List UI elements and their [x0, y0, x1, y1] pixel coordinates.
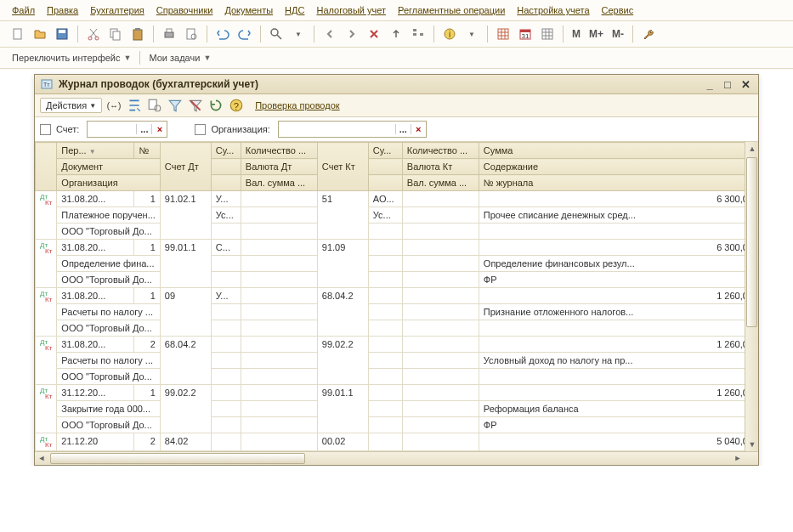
col-acc-dt[interactable]: Счет Дт — [160, 143, 211, 191]
table-icon[interactable] — [494, 25, 513, 43]
redo-icon[interactable] — [235, 25, 254, 43]
org-checkbox[interactable] — [195, 124, 206, 135]
col-content[interactable]: Содержание — [479, 159, 757, 175]
table-row[interactable]: ДтКт 31.08.20...2 68.04.2 99.02.2 1 260,… — [36, 337, 758, 353]
table-row[interactable]: ООО "Торговый До... — [36, 369, 758, 385]
account-select-icon[interactable]: ... — [136, 124, 151, 134]
table-row[interactable]: Закрытие года 000...Реформация баланса — [36, 401, 758, 417]
m-minus-button[interactable]: M- — [609, 28, 626, 40]
check-entries-link[interactable]: Проверка проводок — [255, 100, 339, 110]
col-sum[interactable]: Сумма — [479, 143, 757, 159]
col-acc-kt[interactable]: Счет Кт — [317, 143, 368, 191]
close-button[interactable]: ✕ — [738, 77, 753, 91]
menu-edit[interactable]: Правка — [47, 5, 78, 15]
col-qty-kt[interactable]: Количество ... — [402, 143, 479, 159]
horizontal-scrollbar[interactable]: ◄ ► — [35, 451, 758, 465]
account-clear-icon[interactable]: × — [151, 124, 167, 134]
actions-dropdown[interactable]: Действия▼ — [40, 98, 102, 113]
col-period[interactable]: Пер... ▼ — [57, 143, 134, 159]
table-row[interactable]: ДтКт 31.08.20...1 99.01.1С... 91.09 6 30… — [36, 240, 758, 256]
window-title: Журнал проводок (бухгалтерский учет) — [59, 78, 700, 90]
account-field[interactable]: ... × — [87, 121, 167, 138]
wrench-icon[interactable] — [639, 25, 658, 43]
table-row[interactable]: ДтКт 31.12.20...1 99.02.2 99.01.1 1 260,… — [36, 385, 758, 401]
menu-service[interactable]: Сервис — [602, 5, 634, 15]
table-row[interactable]: ООО "Торговый До...ФР — [36, 272, 758, 288]
save-icon[interactable] — [53, 25, 71, 43]
col-su1[interactable]: Су... — [211, 143, 241, 159]
range-icon[interactable]: (↔) — [105, 97, 122, 114]
dropdown-icon[interactable]: ▼ — [289, 25, 308, 43]
minimize-button[interactable]: _ — [702, 77, 717, 91]
col-valsum-kt[interactable]: Вал. сумма ... — [402, 175, 479, 191]
svg-rect-10 — [167, 29, 172, 32]
menu-accounting[interactable]: Бухгалтерия — [90, 5, 144, 15]
col-doc[interactable]: Документ — [57, 159, 161, 175]
open-icon[interactable] — [31, 25, 49, 43]
table-row[interactable]: Платежное поручен...Ус...Ус...Прочее спи… — [36, 207, 758, 224]
back-icon[interactable] — [320, 25, 339, 43]
table-row[interactable]: Расчеты по налогу ...Признание отложенно… — [36, 304, 758, 320]
table-row[interactable]: ДтКт 21.12.202 84.02 00.02 5 040,00 — [36, 433, 758, 451]
dropdown2-icon[interactable]: ▼ — [462, 25, 481, 43]
org-field[interactable]: ... × — [278, 121, 427, 138]
menu-vat[interactable]: НДС — [285, 5, 304, 15]
entries-table[interactable]: Пер... ▼ № Счет Дт Су... Количество ... … — [35, 142, 758, 451]
info-icon[interactable]: i — [440, 25, 459, 43]
org-clear-icon[interactable]: × — [411, 124, 426, 134]
search-icon[interactable] — [267, 25, 286, 43]
goto-line-icon[interactable] — [126, 97, 143, 114]
table-row[interactable]: ООО "Торговый До... — [36, 320, 758, 337]
table-row[interactable]: ДтКт 31.08.20...1 91.02.1У... 51АО... 6 … — [36, 191, 758, 207]
col-org[interactable]: Организация — [57, 175, 161, 191]
print-icon[interactable] — [160, 25, 178, 43]
help-icon[interactable]: ? — [228, 97, 245, 114]
delete-icon[interactable] — [365, 25, 383, 43]
table-row[interactable]: Расчеты по налогу ...Условный доход по н… — [36, 353, 758, 369]
forward-icon[interactable] — [343, 25, 361, 43]
preview-icon[interactable] — [182, 25, 201, 43]
col-val-kt[interactable]: Валюта Кт — [402, 159, 479, 175]
table-row[interactable]: Определение фина...Определение финансовы… — [36, 256, 758, 272]
m-button[interactable]: M — [569, 28, 583, 40]
find-icon[interactable] — [146, 97, 163, 114]
my-tasks-dropdown[interactable]: Мои задачи▼ — [145, 51, 214, 65]
vertical-scrollbar[interactable]: ▲ ▼ — [745, 142, 758, 451]
col-val-dt[interactable]: Валюта Дт — [241, 159, 317, 175]
filter-off-icon[interactable] — [187, 97, 204, 114]
menu-settings[interactable]: Настройка учета — [517, 5, 589, 15]
tree-icon[interactable] — [409, 25, 428, 43]
menu-tax[interactable]: Налоговый учет — [316, 5, 386, 15]
new-icon[interactable] — [8, 25, 27, 43]
org-select-icon[interactable]: ... — [395, 124, 411, 134]
menu-scheduled[interactable]: Регламентные операции — [398, 5, 505, 15]
grid-icon[interactable] — [538, 25, 557, 43]
menu-references[interactable]: Справочники — [156, 5, 213, 15]
account-checkbox[interactable] — [40, 124, 51, 135]
copy-icon[interactable] — [106, 25, 125, 43]
table-row[interactable]: ДтКт 31.08.20...1 09У... 68.04.2 1 260,0… — [36, 288, 758, 304]
col-valsum-dt[interactable]: Вал. сумма ... — [241, 175, 317, 191]
svg-rect-2 — [59, 30, 65, 33]
col-journal[interactable]: № журнала — [479, 175, 757, 191]
paste-icon[interactable] — [128, 25, 147, 43]
col-qty-dt[interactable]: Количество ... — [241, 143, 317, 159]
calendar-icon[interactable]: 31 — [516, 25, 535, 43]
undo-icon[interactable] — [213, 25, 232, 43]
refresh-icon[interactable] — [207, 97, 224, 114]
svg-rect-14 — [413, 29, 416, 31]
switch-interface-dropdown[interactable]: Переключить интерфейс▼ — [8, 51, 134, 65]
org-label: Организация: — [211, 124, 269, 134]
maximize-button[interactable]: □ — [720, 77, 735, 91]
col-num[interactable]: № — [134, 143, 160, 159]
col-su2[interactable]: Су... — [368, 143, 402, 159]
m-plus-button[interactable]: M+ — [586, 28, 606, 40]
cut-icon[interactable] — [84, 25, 103, 43]
table-row[interactable]: ООО "Торговый До... — [36, 224, 758, 240]
up-icon[interactable] — [387, 25, 405, 43]
sub-toolbar: Переключить интерфейс▼ Мои задачи▼ — [0, 48, 793, 69]
menu-documents[interactable]: Документы — [224, 5, 273, 15]
table-row[interactable]: ООО "Торговый До...ФР — [36, 417, 758, 433]
filter-icon[interactable] — [167, 97, 184, 114]
menu-file[interactable]: Файл — [12, 5, 35, 15]
